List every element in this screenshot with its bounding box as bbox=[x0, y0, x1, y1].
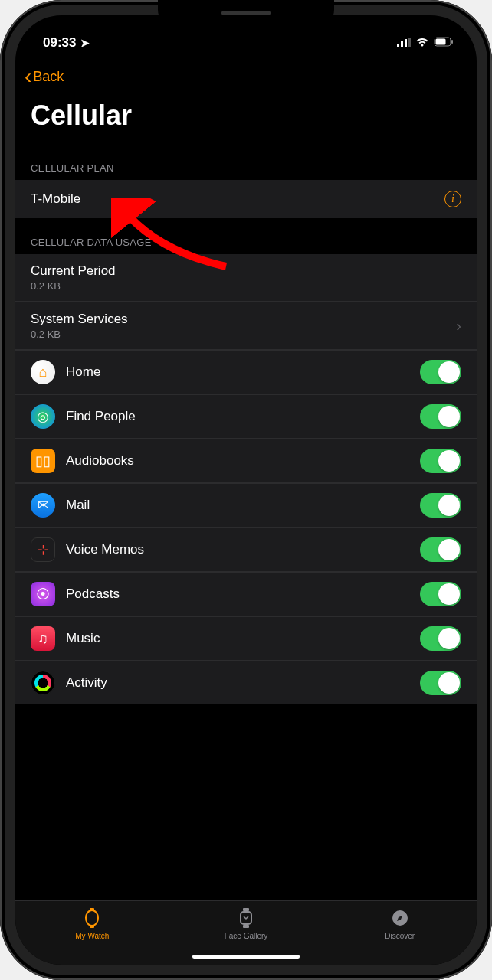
svg-rect-2 bbox=[405, 39, 407, 47]
home-icon: ⌂ bbox=[31, 360, 55, 384]
chevron-right-icon: › bbox=[456, 317, 461, 335]
tab-label: My Watch bbox=[75, 932, 109, 940]
system-services-title: System Services bbox=[31, 312, 456, 327]
app-row-home: ⌂ Home bbox=[15, 350, 477, 394]
discover-icon bbox=[389, 907, 411, 929]
mail-icon: ✉ bbox=[31, 493, 55, 518]
my-watch-icon bbox=[81, 907, 103, 929]
app-label: Mail bbox=[66, 498, 420, 513]
audiobooks-icon: ▯▯ bbox=[31, 449, 55, 473]
svg-rect-5 bbox=[436, 39, 446, 45]
svg-rect-8 bbox=[90, 908, 94, 911]
tab-my-watch[interactable]: My Watch bbox=[54, 907, 130, 940]
back-button[interactable]: ‹ Back bbox=[25, 66, 64, 87]
current-period-value: 0.2 KB bbox=[31, 280, 461, 292]
svg-rect-9 bbox=[90, 925, 94, 928]
app-row-audiobooks: ▯▯ Audiobooks bbox=[15, 439, 477, 483]
notch bbox=[158, 0, 334, 27]
app-label: Music bbox=[66, 631, 420, 646]
battery-icon bbox=[434, 35, 454, 51]
toggle-find-people[interactable] bbox=[420, 404, 461, 429]
svg-rect-11 bbox=[243, 908, 249, 911]
app-row-voice-memos: ⊹ Voice Memos bbox=[15, 528, 477, 572]
tab-discover[interactable]: Discover bbox=[362, 907, 438, 940]
back-label: Back bbox=[33, 69, 64, 85]
svg-rect-12 bbox=[243, 925, 249, 928]
info-icon[interactable]: i bbox=[444, 191, 461, 207]
activity-icon bbox=[31, 671, 55, 695]
toggle-podcasts[interactable] bbox=[420, 582, 461, 606]
app-label: Home bbox=[66, 364, 420, 380]
home-indicator[interactable] bbox=[192, 955, 300, 959]
tab-label: Discover bbox=[385, 932, 415, 940]
toggle-music[interactable] bbox=[420, 626, 461, 651]
current-period-row[interactable]: Current Period 0.2 KB bbox=[15, 254, 477, 302]
phone-frame: 09:33 ➤ ‹ Back Cellular bbox=[0, 0, 492, 980]
app-label: Voice Memos bbox=[66, 542, 420, 557]
chevron-left-icon: ‹ bbox=[25, 66, 31, 87]
app-label: Audiobooks bbox=[66, 453, 420, 469]
carrier-name: T-Mobile bbox=[31, 191, 444, 207]
svg-point-7 bbox=[86, 910, 98, 926]
podcasts-icon: ⦿ bbox=[31, 582, 55, 606]
app-label: Podcasts bbox=[66, 586, 420, 602]
wifi-icon bbox=[415, 35, 429, 51]
content-scroll[interactable]: CELLULAR PLAN T-Mobile i CELLULAR DATA U… bbox=[15, 144, 477, 900]
voice-memos-icon: ⊹ bbox=[31, 537, 55, 562]
system-services-value: 0.2 KB bbox=[31, 328, 456, 340]
svg-rect-0 bbox=[397, 44, 399, 47]
screen: 09:33 ➤ ‹ Back Cellular bbox=[15, 15, 477, 965]
speaker bbox=[221, 11, 271, 15]
status-time: 09:33 bbox=[43, 35, 76, 51]
nav-bar: ‹ Back bbox=[15, 60, 477, 93]
music-icon: ♫ bbox=[31, 626, 55, 651]
app-row-find-people: ◎ Find People bbox=[15, 394, 477, 439]
face-gallery-icon bbox=[235, 907, 257, 929]
toggle-activity[interactable] bbox=[420, 671, 461, 695]
location-services-icon: ➤ bbox=[80, 37, 90, 49]
section-header-plan: CELLULAR PLAN bbox=[15, 144, 477, 180]
svg-rect-3 bbox=[408, 38, 411, 47]
svg-rect-6 bbox=[451, 40, 453, 44]
plan-row[interactable]: T-Mobile i bbox=[15, 180, 477, 218]
toggle-audiobooks[interactable] bbox=[420, 449, 461, 473]
tab-label: Face Gallery bbox=[225, 932, 268, 940]
toggle-mail[interactable] bbox=[420, 493, 461, 518]
system-services-row[interactable]: System Services 0.2 KB › bbox=[15, 302, 477, 350]
app-row-music: ♫ Music bbox=[15, 616, 477, 661]
app-row-mail: ✉ Mail bbox=[15, 483, 477, 528]
page-title: Cellular bbox=[15, 93, 477, 144]
svg-rect-1 bbox=[401, 41, 403, 47]
section-header-usage: CELLULAR DATA USAGE bbox=[15, 218, 477, 254]
current-period-title: Current Period bbox=[31, 263, 461, 279]
app-label: Find People bbox=[66, 409, 420, 424]
app-row-activity: Activity bbox=[15, 661, 477, 704]
toggle-voice-memos[interactable] bbox=[420, 537, 461, 562]
find-people-icon: ◎ bbox=[31, 404, 55, 429]
app-row-podcasts: ⦿ Podcasts bbox=[15, 572, 477, 616]
app-label: Activity bbox=[66, 675, 420, 691]
cellular-signal-icon bbox=[397, 35, 411, 51]
tab-face-gallery[interactable]: Face Gallery bbox=[208, 907, 284, 940]
toggle-home[interactable] bbox=[420, 360, 461, 384]
